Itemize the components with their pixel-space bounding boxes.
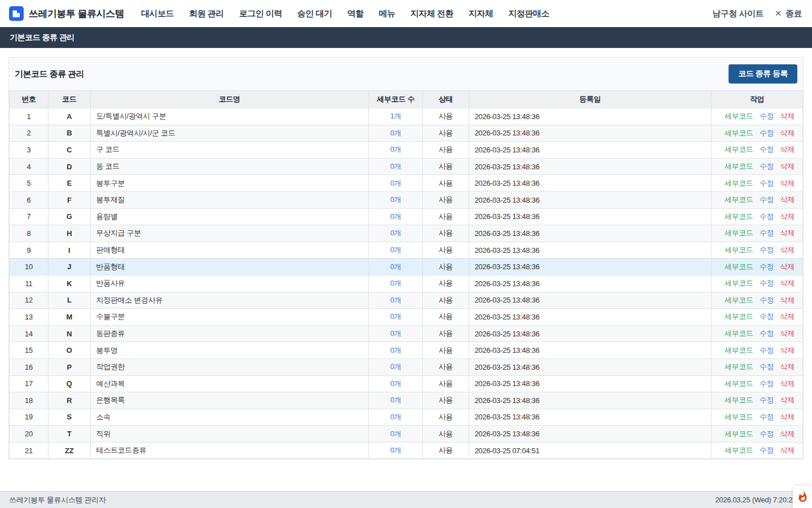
action-edit-link[interactable]: 수정 xyxy=(760,246,774,254)
action-delete-link[interactable]: 삭제 xyxy=(780,346,795,354)
action-edit-link[interactable]: 수정 xyxy=(760,262,774,271)
detail-count-link[interactable]: 0개 xyxy=(390,296,401,304)
action-delete-link[interactable]: 삭제 xyxy=(780,195,795,204)
action-detail-link[interactable]: 세부코드 xyxy=(725,446,753,454)
action-detail-link[interactable]: 세부코드 xyxy=(725,246,753,254)
detail-count-link[interactable]: 0개 xyxy=(390,145,401,154)
action-edit-link[interactable]: 수정 xyxy=(760,312,774,321)
nav-item-municipality-switch[interactable]: 지자체 전환 xyxy=(411,8,453,19)
action-edit-link[interactable]: 수정 xyxy=(760,212,774,221)
action-detail-link[interactable]: 세부코드 xyxy=(725,430,753,438)
exit-button[interactable]: ✕ 종료 xyxy=(775,8,802,19)
detail-count-link[interactable]: 0개 xyxy=(390,212,401,221)
action-detail-link[interactable]: 세부코드 xyxy=(725,179,753,187)
nav-item-approval-pending[interactable]: 승인 대기 xyxy=(297,8,332,19)
action-edit-link[interactable]: 수정 xyxy=(760,329,774,338)
action-detail-link[interactable]: 세부코드 xyxy=(725,413,753,421)
action-detail-link[interactable]: 세부코드 xyxy=(725,145,753,154)
action-delete-link[interactable]: 삭제 xyxy=(780,430,795,438)
detail-count-link[interactable]: 0개 xyxy=(390,179,401,187)
action-edit-link[interactable]: 수정 xyxy=(760,430,774,438)
action-delete-link[interactable]: 삭제 xyxy=(780,112,795,120)
brand-home-link[interactable]: 쓰레기봉투 물류시스템 xyxy=(9,6,124,21)
detail-count-link[interactable]: 0개 xyxy=(390,262,401,271)
action-edit-link[interactable]: 수정 xyxy=(760,229,774,237)
detail-count-link[interactable]: 0개 xyxy=(390,162,401,170)
detail-count-link[interactable]: 0개 xyxy=(390,446,401,454)
action-delete-link[interactable]: 삭제 xyxy=(780,362,795,371)
detail-count-link[interactable]: 0개 xyxy=(390,430,401,438)
action-detail-link[interactable]: 세부코드 xyxy=(725,162,753,170)
register-code-type-button[interactable]: 코드 종류 등록 xyxy=(729,64,797,84)
action-delete-link[interactable]: 삭제 xyxy=(780,296,795,304)
action-edit-link[interactable]: 수정 xyxy=(760,195,774,204)
action-detail-link[interactable]: 세부코드 xyxy=(725,346,753,354)
action-edit-link[interactable]: 수정 xyxy=(760,362,774,371)
detail-count-link[interactable]: 1개 xyxy=(390,112,401,120)
nav-item-roles[interactable]: 역할 xyxy=(347,8,364,19)
action-delete-link[interactable]: 삭제 xyxy=(780,129,795,137)
action-delete-link[interactable]: 삭제 xyxy=(780,279,795,287)
action-delete-link[interactable]: 삭제 xyxy=(780,446,795,454)
action-edit-link[interactable]: 수정 xyxy=(760,396,774,404)
action-delete-link[interactable]: 삭제 xyxy=(780,379,795,388)
action-delete-link[interactable]: 삭제 xyxy=(780,413,795,421)
detail-count-link[interactable]: 0개 xyxy=(390,329,401,338)
nav-item-dashboard[interactable]: 대시보드 xyxy=(141,8,174,19)
action-delete-link[interactable]: 삭제 xyxy=(780,312,795,321)
action-edit-link[interactable]: 수정 xyxy=(760,413,774,421)
action-delete-link[interactable]: 삭제 xyxy=(780,329,795,338)
detail-count-link[interactable]: 0개 xyxy=(390,279,401,287)
action-edit-link[interactable]: 수정 xyxy=(760,145,774,154)
action-detail-link[interactable]: 세부코드 xyxy=(725,262,753,271)
debug-toolbar-button[interactable] xyxy=(793,485,812,508)
action-edit-link[interactable]: 수정 xyxy=(760,279,774,287)
nav-item-members[interactable]: 회원 관리 xyxy=(189,8,224,19)
action-detail-link[interactable]: 세부코드 xyxy=(725,379,753,388)
detail-count-link[interactable]: 0개 xyxy=(390,195,401,204)
detail-count-link[interactable]: 0개 xyxy=(390,229,401,237)
action-delete-link[interactable]: 삭제 xyxy=(780,145,795,154)
detail-count-link[interactable]: 0개 xyxy=(390,312,401,321)
nav-item-menus[interactable]: 메뉴 xyxy=(379,8,395,19)
action-edit-link[interactable]: 수정 xyxy=(760,179,774,187)
action-detail-link[interactable]: 세부코드 xyxy=(725,229,753,237)
detail-count-link[interactable]: 0개 xyxy=(390,413,401,421)
action-detail-link[interactable]: 세부코드 xyxy=(725,212,753,221)
action-delete-link[interactable]: 삭제 xyxy=(780,162,795,170)
action-edit-link[interactable]: 수정 xyxy=(760,129,774,137)
action-edit-link[interactable]: 수정 xyxy=(760,112,774,120)
nav-item-login-history[interactable]: 로그인 이력 xyxy=(239,8,282,19)
detail-count-link[interactable]: 0개 xyxy=(390,346,401,354)
action-detail-link[interactable]: 세부코드 xyxy=(725,329,753,338)
detail-count-link[interactable]: 0개 xyxy=(390,246,401,254)
nav-item-municipality[interactable]: 지자체 xyxy=(469,8,493,19)
detail-count-link[interactable]: 0개 xyxy=(390,362,401,371)
action-delete-link[interactable]: 삭제 xyxy=(780,246,795,254)
action-detail-link[interactable]: 세부코드 xyxy=(725,279,753,287)
nav-item-designated-stores[interactable]: 지정판매소 xyxy=(508,8,549,19)
action-detail-link[interactable]: 세부코드 xyxy=(725,396,753,404)
action-detail-link[interactable]: 세부코드 xyxy=(725,312,753,321)
detail-count-link[interactable]: 0개 xyxy=(390,129,401,137)
action-delete-link[interactable]: 삭제 xyxy=(780,229,795,237)
action-delete-link[interactable]: 삭제 xyxy=(780,396,795,404)
detail-count-link[interactable]: 0개 xyxy=(390,396,401,404)
cell-code: C xyxy=(48,142,90,159)
action-detail-link[interactable]: 세부코드 xyxy=(725,362,753,371)
action-delete-link[interactable]: 삭제 xyxy=(780,179,795,187)
action-detail-link[interactable]: 세부코드 xyxy=(725,112,753,120)
action-delete-link[interactable]: 삭제 xyxy=(780,212,795,221)
action-edit-link[interactable]: 수정 xyxy=(760,296,774,304)
cell-name: 판매형태 xyxy=(90,242,369,259)
detail-count-link[interactable]: 0개 xyxy=(390,379,401,388)
action-detail-link[interactable]: 세부코드 xyxy=(725,296,753,304)
action-edit-link[interactable]: 수정 xyxy=(760,346,774,354)
action-edit-link[interactable]: 수정 xyxy=(760,446,774,454)
action-delete-link[interactable]: 삭제 xyxy=(780,262,795,271)
action-detail-link[interactable]: 세부코드 xyxy=(725,129,753,137)
action-edit-link[interactable]: 수정 xyxy=(760,162,774,170)
action-edit-link[interactable]: 수정 xyxy=(760,379,774,388)
site-link[interactable]: 남구청 사이트 xyxy=(712,8,764,19)
action-detail-link[interactable]: 세부코드 xyxy=(725,195,753,204)
